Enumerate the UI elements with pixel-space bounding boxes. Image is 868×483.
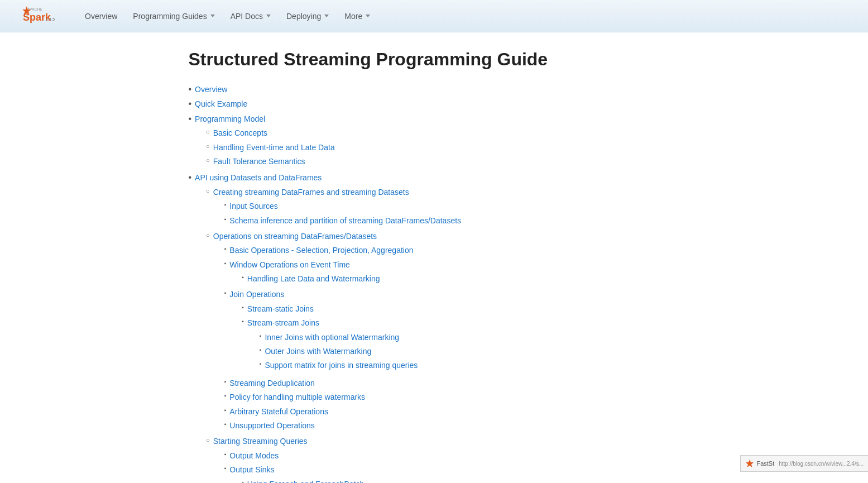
toc-link-basic-ops[interactable]: Basic Operations - Selection, Projection… bbox=[229, 244, 413, 256]
toc-item-unsupported-ops: Unsupported Operations bbox=[224, 419, 418, 432]
toc-item-handling-event-time: Handling Event-time and Late Data bbox=[206, 141, 335, 154]
toc-item-outer-joins: Outer Joins with Watermarking bbox=[260, 345, 418, 357]
nav-deploying[interactable]: Deploying bbox=[280, 7, 335, 25]
corner-widget: FastSt http://blog.csdn.cn/w/view...2.4/… bbox=[740, 455, 868, 472]
toc-link-creating-streaming[interactable]: Creating streaming DataFrames and stream… bbox=[213, 188, 409, 197]
toc-link-policy-watermarks[interactable]: Policy for handling multiple watermarks bbox=[229, 391, 365, 403]
main-content: Structured Streaming Programming Guide O… bbox=[166, 32, 702, 483]
toc-link-handling-late-data[interactable]: Handling Late Data and Watermarking bbox=[247, 272, 380, 285]
svg-marker-4 bbox=[746, 460, 754, 467]
toc-link-overview[interactable]: Overview bbox=[195, 83, 227, 95]
toc-item-streaming-dedup: Streaming Deduplication bbox=[224, 377, 418, 389]
toc-item-input-sources: Input Sources bbox=[224, 200, 461, 212]
toc-link-stream-static-joins[interactable]: Stream-static Joins bbox=[247, 303, 314, 315]
toc-link-output-modes[interactable]: Output Modes bbox=[229, 449, 279, 462]
toc-link-basic-concepts[interactable]: Basic Concepts bbox=[213, 127, 267, 139]
toc-item-inner-joins: Inner Joins with optional Watermarking bbox=[260, 331, 418, 343]
nav-links: Overview Programming Guides API Docs Dep… bbox=[78, 7, 377, 25]
chevron-down-icon bbox=[266, 15, 271, 17]
navbar: APACHE Spark 2.4.5 Overview Programming … bbox=[0, 0, 868, 32]
nav-more[interactable]: More bbox=[338, 7, 377, 25]
nav-programming-guides[interactable]: Programming Guides bbox=[126, 7, 221, 25]
toc-sub3-joins: Stream-static Joins Stream-stream Joins bbox=[242, 303, 418, 374]
toc-item-join-ops: Join Operations Stream-static Joins bbox=[224, 288, 418, 375]
corner-widget-url: http://blog.csdn.cn/w/view...2.4/s... bbox=[779, 461, 864, 467]
toc-link-support-matrix[interactable]: Support matrix for joins in streaming qu… bbox=[265, 359, 418, 371]
page-title: Structured Streaming Programming Guide bbox=[189, 49, 680, 70]
logo[interactable]: APACHE Spark 2.4.5 bbox=[11, 4, 61, 28]
toc-link-join-ops[interactable]: Join Operations bbox=[229, 290, 284, 299]
chevron-down-icon bbox=[210, 15, 215, 17]
toc-item-basic-concepts: Basic Concepts bbox=[206, 127, 335, 139]
toc-item-schema-inference: Schema inference and partition of stream… bbox=[224, 214, 461, 227]
toc-link-programming-model[interactable]: Programming Model bbox=[195, 114, 265, 123]
toc-link-starting-queries[interactable]: Starting Streaming Queries bbox=[213, 437, 308, 446]
chevron-down-icon bbox=[366, 15, 370, 17]
toc-link-inner-joins[interactable]: Inner Joins with optional Watermarking bbox=[265, 331, 399, 343]
toc-sub3-window: Handling Late Data and Watermarking bbox=[242, 272, 380, 285]
toc-item-stream-static-joins: Stream-static Joins bbox=[242, 303, 418, 315]
toc-link-arbitrary-stateful[interactable]: Arbitrary Stateful Operations bbox=[229, 405, 328, 418]
toc-item-api: API using Datasets and DataFrames Creati… bbox=[189, 171, 680, 483]
toc-item-fault-tolerance: Fault Tolerance Semantics bbox=[206, 155, 335, 168]
toc-item-programming-model: Programming Model Basic Concepts Handlin… bbox=[189, 113, 680, 170]
toc-link-foreach[interactable]: Using Foreach and ForeachBatch bbox=[247, 478, 364, 483]
toc-item-output-modes: Output Modes bbox=[224, 449, 364, 462]
toc-item-support-matrix: Support matrix for joins in streaming qu… bbox=[260, 359, 418, 371]
toc-item-foreach: Using Foreach and ForeachBatch bbox=[242, 478, 364, 483]
toc-link-unsupported-ops[interactable]: Unsupported Operations bbox=[229, 419, 315, 432]
corner-widget-label: FastSt bbox=[756, 460, 774, 467]
toc-link-fault-tolerance[interactable]: Fault Tolerance Semantics bbox=[213, 155, 305, 168]
toc-sub2-operations: Basic Operations - Selection, Projection… bbox=[224, 244, 418, 432]
toc-item-stream-stream-joins: Stream-stream Joins Inner Joins with opt… bbox=[242, 317, 418, 374]
toc-link-quick-example[interactable]: Quick Example bbox=[195, 98, 247, 110]
toc-sub3-output-sinks: Using Foreach and ForeachBatch ForeachBa… bbox=[242, 478, 364, 483]
nav-overview[interactable]: Overview bbox=[78, 7, 124, 25]
toc-link-window-ops[interactable]: Window Operations on Event Time bbox=[229, 260, 350, 269]
toc-link-api[interactable]: API using Datasets and DataFrames bbox=[195, 173, 322, 182]
toc-item-quick-example: Quick Example bbox=[189, 98, 680, 110]
toc-link-outer-joins[interactable]: Outer Joins with Watermarking bbox=[265, 345, 371, 357]
toc-sub2-creating: Input Sources Schema inference and parti… bbox=[224, 200, 461, 227]
toc-link-operations-streaming[interactable]: Operations on streaming DataFrames/Datas… bbox=[213, 232, 377, 241]
chevron-down-icon bbox=[324, 15, 329, 17]
toc-sub1-api: Creating streaming DataFrames and stream… bbox=[206, 186, 461, 483]
toc-sub4-stream-stream: Inner Joins with optional Watermarking O… bbox=[260, 331, 418, 372]
toc-item-policy-watermarks: Policy for handling multiple watermarks bbox=[224, 391, 418, 403]
toc-item-operations: Operations on streaming DataFrames/Datas… bbox=[206, 230, 461, 433]
toc-item-creating-streaming: Creating streaming DataFrames and stream… bbox=[206, 186, 461, 228]
toc-item-arbitrary-stateful: Arbitrary Stateful Operations bbox=[224, 405, 418, 418]
toc-item-handling-late-data: Handling Late Data and Watermarking bbox=[242, 272, 380, 285]
toc-item-output-sinks: Output Sinks Using Foreach and ForeachBa… bbox=[224, 463, 364, 483]
svg-text:2.4.5: 2.4.5 bbox=[46, 17, 55, 22]
toc-item-window-ops: Window Operations on Event Time Handling… bbox=[224, 259, 418, 287]
nav-api-docs[interactable]: API Docs bbox=[224, 7, 277, 25]
toc-link-stream-stream-joins[interactable]: Stream-stream Joins bbox=[247, 318, 319, 327]
fastspark-icon bbox=[745, 459, 754, 468]
toc-link-streaming-dedup[interactable]: Streaming Deduplication bbox=[229, 377, 315, 389]
toc-sub2-starting-queries: Output Modes Output Sinks Using Foreach … bbox=[224, 449, 364, 483]
toc-list: Overview Quick Example Programming Model… bbox=[189, 83, 680, 483]
toc-link-input-sources[interactable]: Input Sources bbox=[229, 200, 277, 212]
toc-item-starting-queries: Starting Streaming Queries Output Modes … bbox=[206, 435, 461, 483]
toc-item-overview: Overview bbox=[189, 83, 680, 95]
toc-link-schema-inference[interactable]: Schema inference and partition of stream… bbox=[229, 214, 461, 227]
toc-item-basic-ops: Basic Operations - Selection, Projection… bbox=[224, 244, 418, 256]
toc-link-handling-event-time[interactable]: Handling Event-time and Late Data bbox=[213, 141, 335, 154]
toc-sub1-programming-model: Basic Concepts Handling Event-time and L… bbox=[206, 127, 335, 168]
toc-link-output-sinks[interactable]: Output Sinks bbox=[229, 465, 274, 474]
